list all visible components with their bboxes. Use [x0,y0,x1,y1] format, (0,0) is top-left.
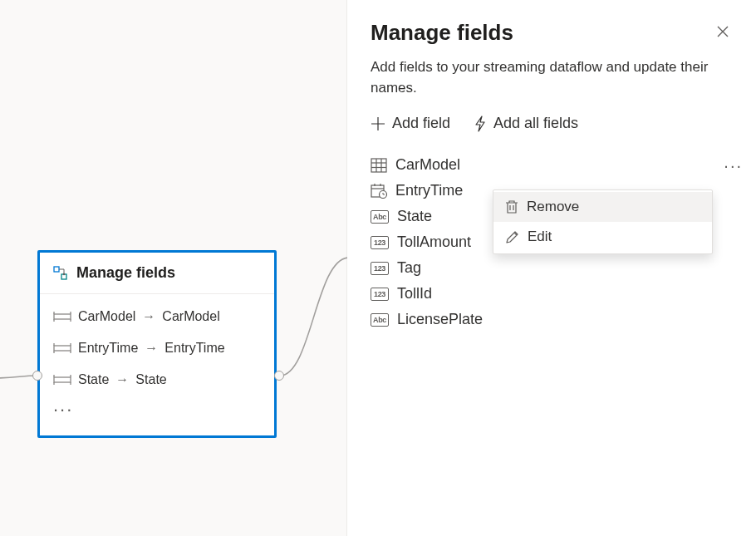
input-port[interactable] [32,371,42,381]
menu-item-label: Edit [528,229,552,245]
node-body: CarModel → CarModel EntryTime → EntryTim… [40,294,274,435]
field-name: State [397,208,432,225]
panel-description: Add fields to your streaming dataflow an… [371,57,733,98]
node-title: Manage fields [76,264,175,282]
mapping-from: CarModel [78,309,135,324]
field-context-menu: Remove Edit [493,189,713,254]
mapping-from: EntryTime [78,341,138,356]
mapping-to: EntryTime [164,341,224,356]
add-all-fields-button[interactable]: Add all fields [474,113,578,134]
svg-rect-0 [54,267,59,272]
field-name: TollAmount [397,234,471,251]
svg-rect-3 [54,314,71,319]
mapping-row[interactable]: CarModel → CarModel [40,301,274,332]
number-type-icon: 123 [371,288,389,301]
field-row[interactable]: Abc LicensePlate [371,307,733,332]
svg-rect-8 [54,346,71,351]
manage-fields-node[interactable]: Manage fields CarModel → CarModel EntryT… [37,250,277,438]
mapping-row[interactable]: State → State [40,364,274,396]
manage-fields-panel: Manage fields Add fields to your streami… [347,0,756,536]
trash-icon [505,199,518,214]
close-icon [716,25,729,38]
dataflow-canvas[interactable]: Manage fields CarModel → CarModel EntryT… [0,0,347,536]
menu-item-edit[interactable]: Edit [493,222,712,252]
string-type-icon: Abc [371,210,389,224]
field-row[interactable]: CarModel ··· [371,152,733,178]
string-type-icon: Abc [371,313,389,327]
datetime-type-icon [371,184,387,199]
svg-point-2 [63,273,65,274]
mapping-row[interactable]: EntryTime → EntryTime [40,332,274,364]
mapping-to: State [135,372,166,387]
column-icon [53,374,71,386]
number-type-icon: 123 [371,262,389,275]
field-row[interactable]: 123 Tag [371,255,733,281]
add-field-label: Add field [392,115,450,132]
mapping-from: State [78,372,109,387]
field-more-button[interactable]: ··· [722,155,744,175]
field-row[interactable]: 123 TollId [371,281,733,307]
add-all-fields-label: Add all fields [493,115,578,132]
manage-fields-icon [53,266,68,281]
svg-rect-13 [54,377,71,382]
table-type-icon [371,158,387,173]
number-type-icon: 123 [371,236,389,249]
field-name: Tag [397,259,421,277]
menu-item-remove[interactable]: Remove [493,192,712,222]
arrow-icon: → [142,309,155,324]
close-button[interactable] [713,22,733,44]
plus-icon [371,116,385,131]
column-icon [53,342,71,354]
svg-rect-18 [371,159,386,172]
panel-toolbar: Add field Add all fields [371,113,733,134]
field-name: CarModel [395,156,460,174]
mapping-to: CarModel [162,309,219,324]
output-port[interactable] [274,371,284,381]
field-name: EntryTime [395,182,463,199]
node-header: Manage fields [40,253,274,294]
lightning-icon [474,116,487,132]
arrow-icon: → [115,372,129,387]
pencil-icon [505,230,519,244]
arrow-icon: → [145,341,158,356]
menu-item-label: Remove [527,199,579,215]
field-name: TollId [397,285,432,302]
add-field-button[interactable]: Add field [371,113,450,134]
panel-title: Manage fields [371,20,513,46]
more-mappings-ellipsis[interactable]: ··· [40,396,274,430]
field-name: LicensePlate [397,311,483,328]
column-icon [53,311,71,322]
